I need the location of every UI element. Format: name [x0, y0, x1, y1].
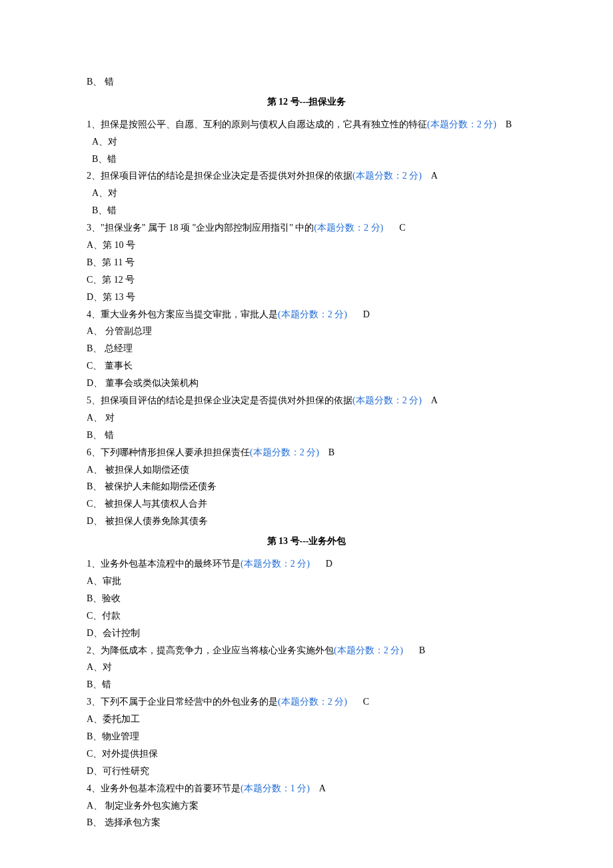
option-b: B、 选择承包方案: [87, 814, 526, 831]
option-b: B、物业管理: [87, 728, 526, 745]
option-b: B、 错: [87, 427, 526, 444]
option-a: A、对: [87, 133, 526, 151]
s12-q6: 6、下列哪种情形担保人要承担担保责任(本题分数：2 分)B: [87, 444, 526, 461]
s12-q4: 4、重大业务外包方案应当提交审批，审批人是(本题分数：2 分)D: [87, 306, 526, 323]
option-a: A、 对: [87, 409, 526, 427]
option-c: C、第 12 号: [87, 271, 526, 289]
question-answer: D: [326, 555, 332, 573]
section-13-title: 第 13 号---业务外包: [87, 533, 526, 550]
question-answer: D: [363, 306, 370, 323]
option-b: B、第 11 号: [87, 254, 526, 271]
question-score: (本题分数：2 分): [241, 559, 310, 569]
option-c: C、 董事长: [87, 357, 526, 375]
question-score: (本题分数：2 分): [352, 395, 422, 405]
question-stem: 4、重大业务外包方案应当提交审批，审批人是: [87, 309, 278, 319]
question-answer: C: [363, 693, 369, 711]
question-answer: B: [506, 116, 512, 133]
question-answer: A: [319, 780, 326, 797]
question-score: (本题分数：2 分): [334, 645, 403, 655]
question-stem: 3、下列不属于企业日常经营中的外包业务的是: [87, 697, 278, 707]
s13-q2: 2、为降低成本，提高竞争力，企业应当将核心业务实施外包(本题分数：2 分)B: [87, 642, 526, 659]
option-b-wrong: B、 错: [87, 73, 526, 91]
option-d: D、 董事会或类似决策机构: [87, 375, 526, 392]
option-d: D、第 13 号: [87, 289, 526, 306]
option-b: B、错: [87, 676, 526, 693]
question-stem: 2、为降低成本，提高竞争力，企业应当将核心业务实施外包: [87, 645, 334, 655]
option-a: A、对: [87, 185, 526, 202]
option-a: A、第 10 号: [87, 237, 526, 254]
question-answer: B: [328, 444, 334, 461]
s12-q2: 2、担保项目评估的结论是担保企业决定是否提供对外担保的依据(本题分数：2 分)A: [87, 167, 526, 185]
s12-q5: 5、担保项目评估的结论是担保企业决定是否提供对外担保的依据(本题分数：2 分)A: [87, 392, 526, 409]
question-score: (本题分数：2 分): [278, 697, 347, 707]
question-stem: 5、担保项目评估的结论是担保企业决定是否提供对外担保的依据: [87, 395, 352, 405]
question-score: (本题分数：2 分): [314, 223, 383, 233]
s12-q3: 3、"担保业务" 属于 18 项 "企业内部控制应用指引" 中的(本题分数：2 …: [87, 219, 526, 237]
option-a: A、 被担保人如期偿还债: [87, 461, 526, 479]
section-12-title: 第 12 号---担保业务: [87, 93, 526, 111]
option-b: B、验收: [87, 590, 526, 607]
option-a: A、 制定业务外包实施方案: [87, 797, 526, 815]
option-c: C、付款: [87, 607, 526, 625]
question-score: (本题分数：2 分): [278, 309, 347, 319]
question-stem: 1、担保是按照公平、自愿、互利的原则与债权人自愿达成的，它具有独立性的特征: [87, 119, 427, 129]
option-d: D、 被担保人债券免除其债务: [87, 513, 526, 530]
s12-q1: 1、担保是按照公平、自愿、互利的原则与债权人自愿达成的，它具有独立性的特征(本题…: [87, 116, 526, 133]
question-answer: C: [399, 219, 405, 237]
s13-q3: 3、下列不属于企业日常经营中的外包业务的是(本题分数：2 分)C: [87, 693, 526, 711]
question-stem: 2、担保项目评估的结论是担保企业决定是否提供对外担保的依据: [87, 171, 352, 181]
question-answer: A: [431, 392, 438, 409]
option-c: C、对外提供担保: [87, 745, 526, 763]
option-d: D、会计控制: [87, 625, 526, 642]
question-stem: 6、下列哪种情形担保人要承担担保责任: [87, 447, 250, 457]
option-d: D、可行性研究: [87, 763, 526, 780]
question-stem: 4、业务外包基本流程中的首要环节是: [87, 783, 241, 793]
s13-q1: 1、业务外包基本流程中的最终环节是(本题分数：2 分)D: [87, 555, 526, 573]
option-a: A、 分管副总理: [87, 323, 526, 340]
option-b: B、错: [87, 151, 526, 168]
question-answer: B: [419, 642, 425, 659]
question-score: (本题分数：1 分): [241, 783, 310, 793]
s13-q4: 4、业务外包基本流程中的首要环节是(本题分数：1 分)A: [87, 780, 526, 797]
option-a: A、对: [87, 659, 526, 676]
option-b: B、 被保护人未能如期偿还债务: [87, 478, 526, 495]
question-stem: 3、"担保业务" 属于 18 项 "企业内部控制应用指引" 中的: [87, 223, 314, 233]
question-score: (本题分数：2 分): [250, 447, 319, 457]
question-stem: 1、业务外包基本流程中的最终环节是: [87, 559, 241, 569]
question-score: (本题分数：2 分): [352, 171, 422, 181]
option-b: B、 总经理: [87, 340, 526, 357]
document-page: B、 错 第 12 号---担保业务 1、担保是按照公平、自愿、互利的原则与债权…: [0, 0, 613, 868]
option-b: B、错: [87, 202, 526, 219]
option-c: C、 被担保人与其债权人合并: [87, 495, 526, 513]
option-a: A、委托加工: [87, 711, 526, 728]
option-a: A、审批: [87, 573, 526, 590]
question-score: (本题分数：2 分): [427, 119, 496, 129]
question-answer: A: [431, 167, 438, 185]
